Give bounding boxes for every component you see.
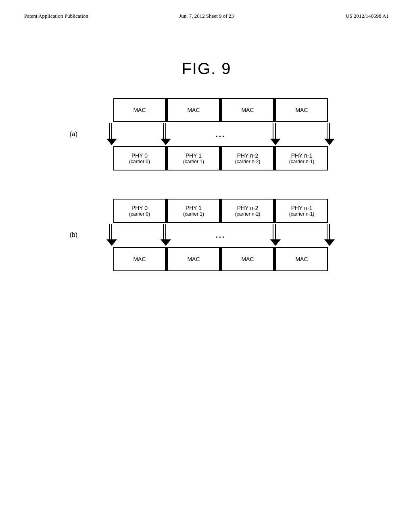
box-a-top-1: MAC	[167, 98, 220, 122]
box-b-bot-0: MAC	[113, 247, 166, 271]
arrow-a-2	[249, 123, 302, 145]
arrow-b-2	[249, 224, 302, 246]
diagram-a: (a) MAC MAC MAC MAC	[57, 98, 356, 170]
svg-marker-17	[161, 239, 171, 246]
svg-marker-14	[106, 239, 117, 246]
dots-b: ...	[194, 231, 248, 240]
box-a-bot-3: PHY n-1 (carrier n-1)	[275, 146, 328, 170]
svg-marker-8	[270, 139, 281, 145]
arrow-a-1	[140, 123, 192, 145]
box-a-top-3: MAC	[275, 98, 328, 122]
box-b-bot-3: MAC	[275, 247, 328, 271]
diagram-a-label: (a)	[57, 131, 77, 138]
box-b-top-1: PHY 1 (carrier 1)	[167, 199, 220, 223]
svg-marker-2	[106, 139, 117, 145]
header-center: Jun. 7, 2012 Sheet 9 of 23	[146, 13, 267, 19]
svg-marker-5	[161, 139, 171, 145]
header-left: Patent Application Publication	[24, 13, 146, 19]
diagram-b-grid: PHY 0 (carrier 0) PHY 1 (carrier 1) PHY …	[86, 199, 356, 271]
svg-marker-20	[270, 239, 281, 246]
box-b-top-2: PHY n-2 (carrier n-2)	[221, 199, 274, 223]
box-b-top-3: PHY n-1 (carrier n-1)	[275, 199, 328, 223]
svg-marker-11	[324, 139, 335, 145]
diagram-b-arrows: ...	[86, 223, 356, 247]
arrow-a-0	[86, 123, 138, 145]
diagram-b-bottom-boxes: MAC MAC MAC MAC	[113, 247, 328, 271]
svg-marker-23	[324, 239, 335, 246]
diagram-a-arrows: ...	[86, 122, 356, 146]
diagram-a-top-boxes: MAC MAC MAC MAC	[113, 98, 328, 122]
arrow-b-3	[303, 224, 356, 246]
box-a-top-2: MAC	[221, 98, 274, 122]
box-a-bot-0: PHY 0 (carrier 0)	[113, 146, 166, 170]
box-a-top-0: MAC	[113, 98, 166, 122]
arrow-b-1	[140, 224, 192, 246]
diagram-b-label: (b)	[57, 231, 77, 239]
diagram-a-bottom-boxes: PHY 0 (carrier 0) PHY 1 (carrier 1) PHY …	[113, 146, 328, 170]
diagram-a-grid: MAC MAC MAC MAC	[86, 98, 356, 170]
header-right: US 2012/140698 A1	[267, 13, 389, 19]
arrow-b-0	[86, 224, 138, 246]
diagram-b-top-boxes: PHY 0 (carrier 0) PHY 1 (carrier 1) PHY …	[113, 199, 328, 223]
dots-a: ...	[194, 130, 248, 139]
diagrams-container: (a) MAC MAC MAC MAC	[0, 98, 413, 271]
box-a-bot-2: PHY n-2 (carrier n-2)	[221, 146, 274, 170]
box-b-bot-1: MAC	[167, 247, 220, 271]
box-b-top-0: PHY 0 (carrier 0)	[113, 199, 166, 223]
box-a-bot-1: PHY 1 (carrier 1)	[167, 146, 220, 170]
box-b-bot-2: MAC	[221, 247, 274, 271]
page-header: Patent Application Publication Jun. 7, 2…	[0, 0, 413, 19]
arrow-a-3	[303, 123, 356, 145]
diagram-b: (b) PHY 0 (carrier 0) PHY 1 (carrier 1) …	[57, 199, 356, 271]
figure-title: FIG. 9	[0, 60, 413, 78]
